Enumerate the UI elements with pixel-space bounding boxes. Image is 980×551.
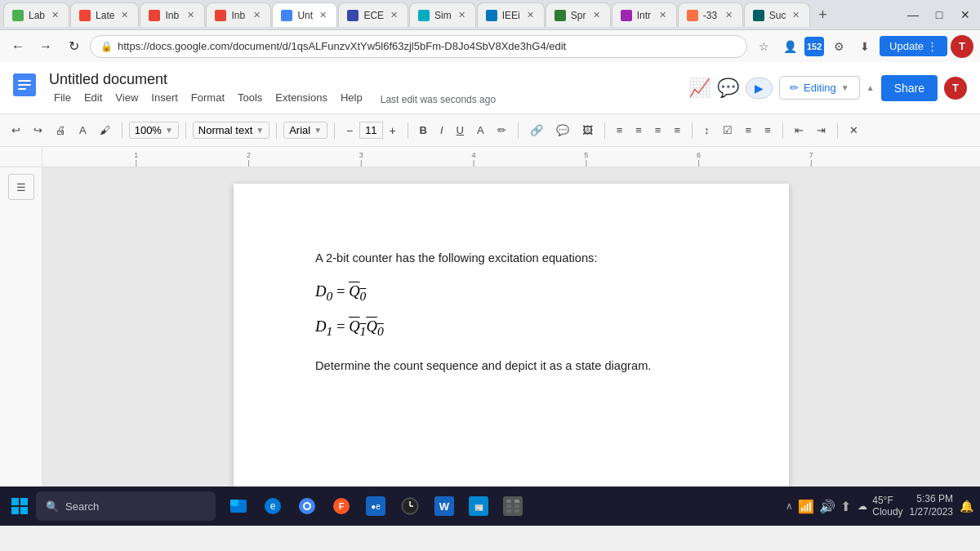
- italic-button[interactable]: I: [435, 121, 448, 140]
- tab-unt[interactable]: Unt ✕: [272, 2, 337, 27]
- spellcheck-button[interactable]: A: [74, 121, 91, 140]
- close-button[interactable]: ✕: [954, 3, 977, 26]
- menu-insert[interactable]: Insert: [146, 90, 183, 105]
- text-color-button[interactable]: A: [472, 121, 489, 140]
- tab-suc[interactable]: Suc ✕: [744, 2, 811, 27]
- volume-icon[interactable]: 🔊: [819, 499, 835, 514]
- taskbar-word-app[interactable]: W: [428, 490, 461, 522]
- zoom-selector[interactable]: 100% ▼: [129, 122, 179, 139]
- image-button[interactable]: 🖼: [577, 121, 598, 140]
- tab-close-inbox2[interactable]: ✕: [252, 8, 262, 22]
- bookmark-icon[interactable]: ☆: [752, 35, 775, 58]
- font-size-increase[interactable]: +: [385, 122, 401, 139]
- paint-format-button[interactable]: 🖌: [95, 121, 115, 140]
- chart-icon[interactable]: 📈: [688, 78, 710, 99]
- menu-help[interactable]: Help: [336, 90, 368, 105]
- link-button[interactable]: 🔗: [525, 121, 548, 140]
- editing-button[interactable]: ✏ Editing ▼: [779, 76, 860, 100]
- tab-spr[interactable]: Spr ✕: [546, 2, 611, 27]
- tab-inbox2[interactable]: Inb ✕: [206, 2, 271, 27]
- taskbar-app4[interactable]: F: [325, 490, 358, 522]
- indent-decrease-button[interactable]: ⇤: [790, 121, 808, 140]
- tab-ece[interactable]: ECE ✕: [338, 2, 408, 27]
- reload-button[interactable]: ↻: [62, 35, 85, 58]
- align-left-button[interactable]: ≡: [612, 121, 628, 140]
- clock[interactable]: 5:36 PM 1/27/2023: [910, 493, 953, 518]
- font-size-value[interactable]: 11: [359, 122, 382, 139]
- font-selector[interactable]: Arial ▼: [283, 122, 327, 139]
- tab-close-suc[interactable]: ✕: [791, 8, 801, 22]
- new-tab-button[interactable]: +: [811, 3, 834, 26]
- doc-title[interactable]: Untitled document: [49, 71, 496, 88]
- line-spacing-button[interactable]: ↕: [699, 121, 715, 140]
- numbered-list-button[interactable]: ≡: [760, 121, 776, 140]
- forward-button[interactable]: →: [34, 35, 57, 58]
- menu-file[interactable]: File: [49, 90, 76, 105]
- redo-button[interactable]: ↪: [29, 121, 47, 140]
- back-button[interactable]: ←: [7, 35, 29, 58]
- tab-close-unt[interactable]: ✕: [318, 8, 328, 22]
- style-selector[interactable]: Normal text ▼: [193, 122, 270, 139]
- url-bar[interactable]: 🔒 https://docs.google.com/document/d/1qs…: [90, 35, 747, 58]
- start-button[interactable]: [7, 493, 33, 519]
- notification-button[interactable]: 🔔: [960, 500, 973, 513]
- tab-neg[interactable]: -33 ✕: [678, 2, 743, 27]
- menu-extensions[interactable]: Extensions: [270, 90, 332, 105]
- taskbar-search[interactable]: 🔍 Search: [36, 491, 216, 521]
- menu-edit[interactable]: Edit: [79, 90, 107, 105]
- outline-toggle[interactable]: ☰: [8, 174, 34, 200]
- extensions-icon[interactable]: 152: [804, 37, 824, 56]
- tab-close-ieee[interactable]: ✕: [525, 8, 536, 22]
- battery-icon[interactable]: ⬆: [840, 499, 851, 514]
- tab-lat[interactable]: Late ✕: [70, 2, 139, 27]
- toolbar-collapse-icon[interactable]: ▲: [866, 83, 875, 92]
- profile-icon[interactable]: 👤: [778, 35, 801, 58]
- indent-increase-button[interactable]: ⇥: [812, 121, 831, 140]
- tab-close-spr[interactable]: ✕: [591, 8, 602, 22]
- tab-inbox1[interactable]: Inb ✕: [140, 2, 205, 27]
- tab-sim[interactable]: Sim ✕: [409, 2, 476, 27]
- tab-close-lab[interactable]: ✕: [50, 8, 60, 22]
- comment-toolbar-button[interactable]: 💬: [551, 121, 574, 140]
- tab-close-inbox1[interactable]: ✕: [185, 8, 196, 22]
- taskbar-edge-app[interactable]: e: [256, 490, 289, 522]
- align-right-button[interactable]: ≡: [650, 121, 666, 140]
- comment-icon[interactable]: 💬: [717, 78, 739, 99]
- network-icon[interactable]: 📶: [798, 499, 814, 514]
- tab-close-lat[interactable]: ✕: [119, 8, 130, 22]
- font-size-decrease[interactable]: −: [341, 122, 358, 139]
- undo-button[interactable]: ↩: [7, 121, 25, 140]
- tab-close-sim[interactable]: ✕: [457, 8, 467, 22]
- update-button[interactable]: Update ⋮: [880, 36, 947, 56]
- settings-icon[interactable]: ⚙: [827, 35, 850, 58]
- menu-tools[interactable]: Tools: [233, 90, 267, 105]
- tab-close-intro[interactable]: ✕: [657, 8, 668, 22]
- tab-intro[interactable]: Intr ✕: [612, 2, 677, 27]
- print-button[interactable]: 🖨: [51, 121, 71, 140]
- bullets-button[interactable]: ≡: [741, 121, 757, 140]
- highlight-button[interactable]: ✏: [492, 121, 511, 140]
- download-icon[interactable]: ⬇: [853, 35, 876, 58]
- menu-format[interactable]: Format: [186, 90, 229, 105]
- weather-widget[interactable]: ☁ 45°F Cloudy: [858, 495, 902, 518]
- clear-formatting-button[interactable]: ✕: [844, 121, 863, 140]
- taskbar-clock-app[interactable]: [394, 490, 426, 522]
- minimize-button[interactable]: —: [902, 3, 924, 26]
- tab-ieee[interactable]: IEEi ✕: [477, 2, 545, 27]
- taskbar-news-app[interactable]: 📰: [462, 490, 495, 522]
- taskbar-calc-app[interactable]: [497, 490, 529, 522]
- tab-close-neg[interactable]: ✕: [724, 8, 734, 22]
- taskbar-habit-app[interactable]: ●e: [359, 490, 392, 522]
- share-button[interactable]: Share: [881, 75, 938, 101]
- align-center-button[interactable]: ≡: [630, 121, 647, 140]
- doc-page-area[interactable]: A 2-bit counter has the following excita…: [42, 167, 980, 487]
- tab-lab[interactable]: Lab ✕: [3, 2, 69, 27]
- bold-button[interactable]: B: [415, 121, 432, 140]
- tab-close-ece[interactable]: ✕: [389, 8, 399, 22]
- align-justify-button[interactable]: ≡: [669, 121, 685, 140]
- underline-button[interactable]: U: [452, 121, 469, 140]
- profile-avatar[interactable]: T: [951, 35, 973, 58]
- maximize-button[interactable]: □: [928, 3, 951, 26]
- tray-chevron[interactable]: ∧: [786, 500, 793, 512]
- taskbar-chrome-app[interactable]: [291, 490, 323, 522]
